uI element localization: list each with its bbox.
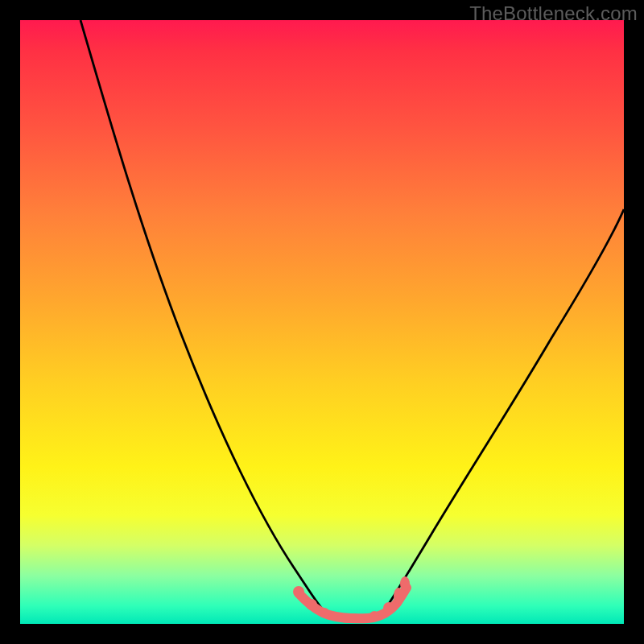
bead-marker (336, 613, 365, 623)
bead-marker (306, 599, 317, 610)
plot-area (20, 20, 624, 624)
bead-marker (293, 586, 304, 597)
bead-marker (383, 602, 394, 613)
bead-marker (369, 611, 379, 621)
bead-marker (394, 588, 403, 604)
bead-marker (320, 608, 329, 617)
left-curve (80, 20, 326, 613)
bead-marker (400, 576, 410, 591)
watermark-label: TheBottleneck.com (469, 2, 638, 25)
curve-layer (20, 20, 624, 624)
right-curve (382, 209, 624, 613)
chart-frame: TheBottleneck.com (0, 0, 644, 644)
